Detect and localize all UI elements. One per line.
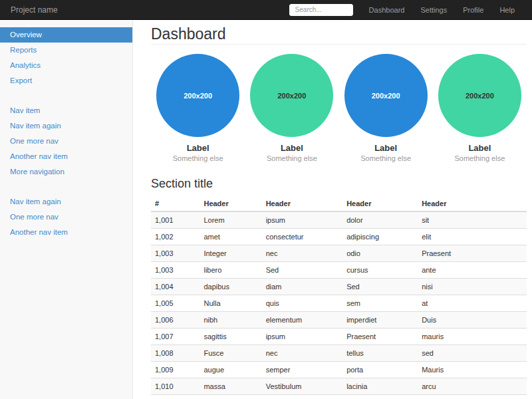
table-cell: arcu	[418, 378, 527, 395]
table-cell: nec	[262, 245, 342, 262]
table-header-cell: #	[151, 196, 200, 211]
table-row: 1,007sagittisipsumPraesentmauris	[151, 329, 527, 345]
table-cell: sagittis	[200, 329, 261, 345]
table-header-cell: Header	[262, 196, 342, 211]
table-cell: at	[418, 295, 527, 312]
sidebar-item-nav-item-again[interactable]: Nav item again	[0, 118, 132, 134]
table-cell: sed	[418, 345, 527, 362]
sidebar-item-another-nav-item[interactable]: Another nav item	[0, 225, 132, 240]
section-title: Section title	[151, 177, 527, 190]
sidebar-list-item: Reports	[0, 43, 132, 58]
main-content: Dashboard 200x200LabelSomething else200x…	[133, 21, 532, 399]
sidebar-group: Nav itemNav item againOne more navAnothe…	[0, 103, 132, 180]
table-header-cell: Header	[200, 196, 261, 211]
table-cell: aptent	[418, 395, 527, 399]
sidebar-list-item: More navigation	[0, 164, 132, 180]
table-cell: ante	[418, 262, 527, 279]
sidebar-item-export[interactable]: Export	[0, 73, 132, 88]
table-cell: dapibus	[200, 279, 261, 295]
sidebar-item-nav-item-again[interactable]: Nav item again	[0, 194, 132, 209]
table-header-row: #HeaderHeaderHeaderHeader	[151, 196, 527, 211]
placeholder-row: 200x200LabelSomething else200x200LabelSo…	[151, 54, 527, 162]
table-cell: 1,004	[151, 279, 200, 295]
navbar-link-profile[interactable]: Profile	[455, 6, 491, 14]
navbar-right: DashboardSettingsProfileHelp	[289, 4, 532, 16]
navbar-link-settings[interactable]: Settings	[412, 6, 455, 14]
table-row: 1,008Fuscenectellussed	[151, 345, 527, 362]
table-cell: Fusce	[200, 345, 261, 362]
placeholder-card: 200x200LabelSomething else	[245, 54, 338, 162]
table-header-cell: Header	[342, 196, 418, 211]
placeholder-sublabel: Something else	[151, 154, 245, 162]
table-row: 1,010massaVestibulumlaciniaarcu	[151, 378, 527, 395]
sidebar-list-item: Overview	[0, 27, 132, 43]
brand-link[interactable]: Project name	[0, 5, 68, 15]
sidebar-item-more-navigation[interactable]: More navigation	[0, 164, 132, 180]
table-cell: eget	[200, 395, 261, 399]
sidebar-item-nav-item[interactable]: Nav item	[0, 103, 132, 118]
sidebar-list-item: Another nav item	[0, 149, 132, 164]
table-cell: nisi	[418, 279, 527, 295]
table-cell: amet	[200, 229, 261, 245]
navbar-link-dashboard[interactable]: Dashboard	[361, 6, 413, 14]
table-cell: elementum	[262, 312, 342, 329]
table-body: 1,001Loremipsumdolorsit1,002ametconsecte…	[151, 211, 527, 399]
sidebar-item-analytics[interactable]: Analytics	[0, 58, 132, 73]
table-cell: Sed	[342, 279, 418, 295]
sidebar-group: OverviewReportsAnalyticsExport	[0, 27, 132, 88]
sidebar-list-item: Nav item	[0, 103, 132, 118]
placeholder-label: Label	[339, 143, 433, 153]
table-cell: Vestibulum	[262, 378, 342, 395]
table-row: 1,003liberoSedcursusante	[151, 262, 527, 279]
table-cell: Mauris	[418, 362, 527, 378]
table-row: 1,003IntegernecodioPraesent	[151, 245, 527, 262]
table-cell: imperdiet	[342, 312, 418, 329]
sidebar: OverviewReportsAnalyticsExportNav itemNa…	[0, 21, 133, 399]
table-row: 1,006nibhelementumimperdietDuis	[151, 312, 527, 329]
table-cell: dolor	[342, 211, 418, 229]
table-row: 1,001Loremipsumdolorsit	[151, 211, 527, 229]
table-cell: 1,001	[151, 211, 200, 229]
sidebar-item-overview[interactable]: Overview	[0, 27, 132, 43]
placeholder-card: 200x200LabelSomething else	[339, 54, 433, 162]
placeholder-label: Label	[151, 143, 245, 153]
placeholder-sublabel: Something else	[433, 154, 527, 162]
table-cell: 1,005	[151, 295, 200, 312]
table-cell: elit	[418, 229, 527, 245]
sidebar-group: Nav item againOne more navAnother nav it…	[0, 194, 132, 240]
table-cell: nibh	[200, 312, 261, 329]
table-row: 1,011egetnullaClassaptent	[151, 395, 527, 399]
sidebar-item-one-more-nav[interactable]: One more nav	[0, 134, 132, 149]
table-cell: ipsum	[262, 211, 342, 229]
sidebar-item-another-nav-item[interactable]: Another nav item	[0, 149, 132, 164]
table-cell: massa	[200, 378, 261, 395]
table-cell: odio	[342, 245, 418, 262]
placeholder-circle-image: 200x200	[438, 54, 521, 137]
search-input[interactable]	[289, 4, 353, 16]
table-cell: 1,002	[151, 229, 200, 245]
table-cell: porta	[342, 362, 418, 378]
sidebar-list-item: Nav item again	[0, 194, 132, 209]
data-table: #HeaderHeaderHeaderHeader 1,001Loremipsu…	[151, 196, 527, 399]
table-row: 1,005Nullaquissemat	[151, 295, 527, 312]
sidebar-nav: OverviewReportsAnalyticsExportNav itemNa…	[0, 27, 132, 240]
table-head: #HeaderHeaderHeaderHeader	[151, 196, 527, 211]
table-row: 1,009auguesemperportaMauris	[151, 362, 527, 378]
sidebar-list-item: Another nav item	[0, 225, 132, 240]
navbar-link-help[interactable]: Help	[491, 6, 523, 14]
sidebar-list-item: Nav item again	[0, 118, 132, 134]
table-cell: Duis	[418, 312, 527, 329]
table-row: 1,002ametconsecteturadipiscingelit	[151, 229, 527, 245]
table-cell: diam	[262, 279, 342, 295]
sidebar-item-one-more-nav[interactable]: One more nav	[0, 209, 132, 225]
placeholder-label: Label	[433, 143, 527, 153]
sidebar-item-reports[interactable]: Reports	[0, 43, 132, 58]
table-cell: nec	[262, 345, 342, 362]
table-cell: mauris	[418, 329, 527, 345]
table-cell: Sed	[262, 262, 342, 279]
table-cell: 1,008	[151, 345, 200, 362]
sidebar-list-item: Analytics	[0, 58, 132, 73]
table-header-cell: Header	[418, 196, 527, 211]
placeholder-card: 200x200LabelSomething else	[433, 54, 527, 162]
table-cell: nulla	[262, 395, 342, 399]
